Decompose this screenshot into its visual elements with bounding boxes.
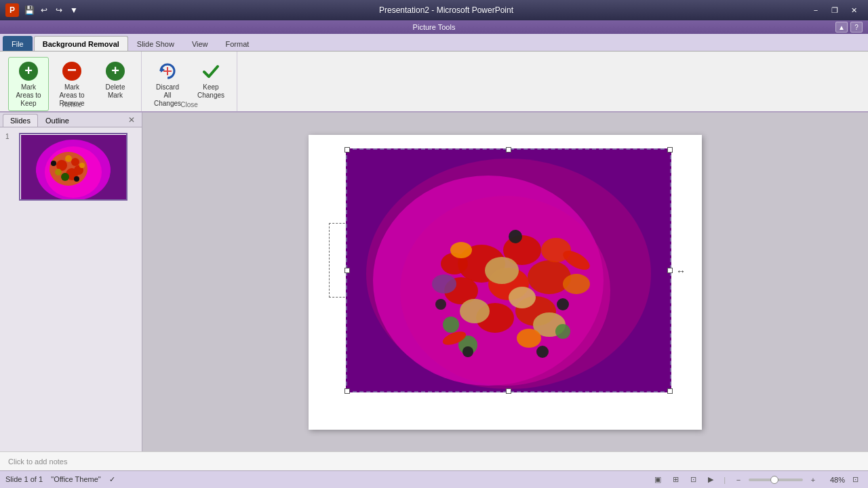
svg-point-46 [462, 346, 473, 357]
svg-point-39 [509, 287, 536, 308]
ribbon-help-controls: ▲ ? [835, 22, 863, 33]
delete-mark-button[interactable]: + Delete Mark [95, 57, 136, 103]
title-bar: P 💾 ↩ ↪ ▼ Presentation2 - Microsoft Powe… [0, 0, 868, 20]
close-group-label: Close [142, 101, 237, 108]
quick-access-toolbar: 💾 ↩ ↪ ▼ [23, 4, 80, 16]
svg-point-52 [432, 274, 456, 293]
slide-count-label: Slide 1 of 1 [5, 475, 43, 483]
restore-button[interactable]: ❐ [826, 3, 844, 17]
svg-point-51 [563, 274, 590, 294]
tab-file[interactable]: File [3, 36, 33, 51]
undo-button[interactable]: ↩ [38, 4, 50, 16]
svg-point-50 [450, 242, 472, 258]
keep-changes-button[interactable]: Keep Changes [191, 57, 231, 103]
slide-thumbnail-1[interactable]: 1 [5, 133, 136, 201]
keep-changes-label: Keep Changes [195, 83, 226, 100]
svg-point-15 [71, 158, 79, 166]
minimize-button[interactable]: − [807, 3, 825, 17]
delete-mark-icon: + [104, 60, 126, 82]
slide-thumbnail-svg [21, 135, 126, 199]
svg-point-42 [443, 317, 459, 333]
notes-placeholder[interactable]: Click to add notes [8, 458, 67, 466]
close-button[interactable]: ✕ [845, 3, 863, 17]
svg-point-49 [517, 329, 541, 348]
svg-text:−: − [67, 60, 77, 79]
svg-point-20 [51, 161, 56, 166]
status-right: ▣ ⊞ ⊡ ▶ | − + 48% ⊡ [650, 474, 863, 486]
sidebar-tab-outline[interactable]: Outline [38, 114, 77, 127]
svg-point-21 [74, 176, 79, 182]
svg-point-45 [557, 298, 569, 310]
svg-point-43 [555, 324, 570, 339]
ribbon-group-close: Discard All Changes Keep Changes Close [142, 52, 237, 111]
keep-changes-icon [200, 60, 222, 82]
slideshow-button[interactable]: ▶ [703, 474, 718, 486]
window-title: Presentation2 - Microsoft PowerPoint [85, 5, 807, 15]
picture-tools-label: Picture Tools [413, 23, 456, 31]
zoom-slider[interactable] [749, 474, 803, 485]
zoom-thumb[interactable] [770, 476, 778, 484]
accessibility-icon: ✓ [109, 475, 115, 483]
zoom-out-button[interactable]: − [731, 474, 746, 486]
zoom-level-label: 48% [823, 476, 845, 484]
sidebar-tab-slides[interactable]: Slides [3, 114, 38, 127]
ribbon-collapse-button[interactable]: ▲ [835, 22, 848, 33]
save-button[interactable]: 💾 [23, 4, 35, 16]
fit-slide-button[interactable]: ⊡ [848, 474, 863, 486]
food-image-svg[interactable] [346, 148, 671, 392]
svg-point-47 [536, 346, 549, 358]
delete-mark-label: Delete Mark [100, 83, 131, 100]
svg-point-48 [435, 299, 446, 310]
sidebar-tab-bar: Slides Outline ✕ [0, 113, 142, 127]
svg-point-19 [61, 173, 69, 181]
mark-remove-icon: − [61, 60, 83, 82]
status-bar: Slide 1 of 1 "Office Theme" ✓ ▣ ⊞ ⊡ ▶ | … [0, 470, 868, 488]
slide-number-1: 1 [5, 133, 15, 140]
tab-view[interactable]: View [183, 36, 217, 51]
reading-view-button[interactable]: ⊡ [686, 474, 701, 486]
slide-preview-1[interactable] [19, 133, 127, 201]
customize-qa-button[interactable]: ▼ [68, 4, 80, 16]
discard-icon [157, 60, 178, 82]
notes-bar[interactable]: Click to add notes [0, 451, 868, 470]
svg-point-30 [528, 260, 571, 294]
mark-keep-icon: + [18, 60, 39, 82]
main-content: Slides Outline ✕ 1 [0, 113, 868, 451]
slide-sorter-button[interactable]: ⊞ [668, 474, 683, 486]
sidebar-close-button[interactable]: ✕ [124, 114, 139, 127]
tab-background-removal[interactable]: Background Removal [34, 36, 128, 51]
svg-point-37 [485, 257, 519, 284]
normal-view-button[interactable]: ▣ [650, 474, 665, 486]
svg-point-23 [79, 163, 85, 168]
help-button[interactable]: ? [850, 22, 863, 33]
resize-cursor-icon: ↔ [676, 266, 686, 277]
zoom-in-button[interactable]: + [806, 474, 821, 486]
slide-canvas: ↔ [309, 135, 702, 430]
svg-point-38 [460, 299, 490, 323]
tab-slide-show[interactable]: Slide Show [128, 36, 183, 51]
svg-point-44 [509, 230, 522, 243]
ribbon-tab-bar: File Background Removal Slide Show View … [0, 34, 868, 52]
slides-panel: 1 [0, 127, 142, 451]
canvas-area[interactable]: ↔ [142, 113, 868, 451]
svg-text:+: + [24, 63, 33, 78]
status-left: Slide 1 of 1 "Office Theme" ✓ [5, 475, 650, 484]
tab-format[interactable]: Format [217, 36, 258, 51]
ribbon-content: + Mark Areas to Keep − Mark Areas to Rem… [0, 52, 868, 113]
ribbon-group-refine: + Mark Areas to Keep − Mark Areas to Rem… [3, 52, 142, 111]
sidebar: Slides Outline ✕ 1 [0, 113, 142, 451]
redo-button[interactable]: ↪ [53, 4, 65, 16]
picture-tools-band: Picture Tools ▲ ? [0, 20, 868, 34]
theme-label: "Office Theme" [51, 475, 100, 483]
svg-point-17 [55, 169, 62, 176]
app-icon: P [5, 3, 19, 17]
refine-group-label: Refine [3, 101, 141, 108]
window-controls: − ❐ ✕ [807, 3, 863, 17]
svg-point-22 [65, 155, 72, 162]
svg-text:+: + [111, 63, 119, 78]
zoom-track [749, 479, 803, 481]
